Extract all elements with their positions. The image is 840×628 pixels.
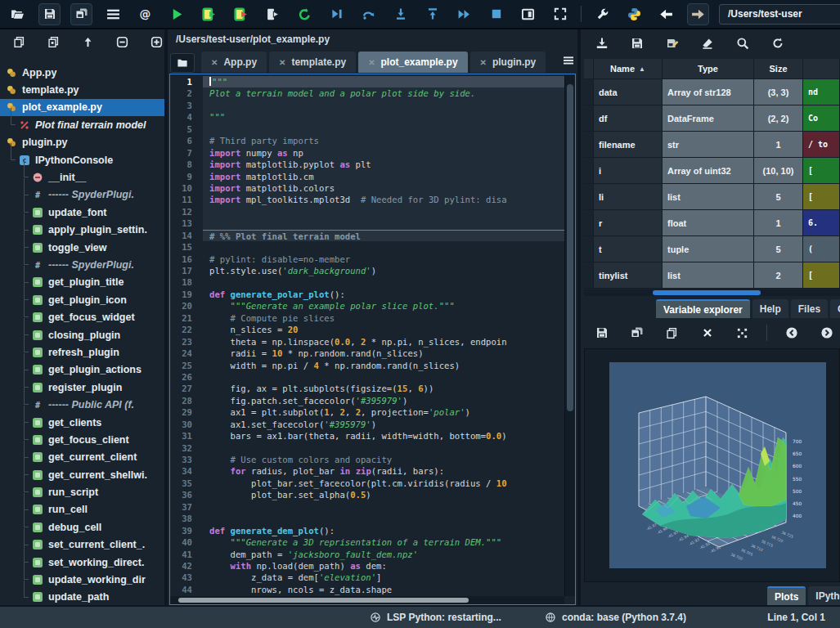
outline-item[interactable]: get_current_shellwi. bbox=[0, 466, 164, 483]
run-cell-button[interactable] bbox=[198, 3, 220, 25]
pane-tab-variable-explorer[interactable]: Variable explorer bbox=[656, 299, 750, 318]
code-line[interactable]: 10import matplotlib.colors bbox=[170, 182, 564, 194]
code-line[interactable]: 9import matplotlib.cm bbox=[170, 171, 564, 182]
save-data-as-button[interactable] bbox=[661, 33, 683, 55]
variable-value[interactable]: / to bbox=[803, 132, 840, 158]
code-line[interactable]: 25 width = np.pi / 4 * np.random.rand(n_… bbox=[170, 360, 564, 371]
outline-item[interactable]: # ------ SpyderPlugi. bbox=[0, 256, 164, 273]
code-line[interactable]: 18 bbox=[170, 276, 564, 288]
variable-value[interactable]: [ bbox=[803, 262, 840, 289]
save-plot-button[interactable] bbox=[591, 322, 613, 344]
code-line[interactable]: 13 bbox=[170, 218, 564, 229]
table-row[interactable]: tinylist list 2 [ bbox=[584, 262, 840, 289]
code-line[interactable]: 3 bbox=[170, 100, 564, 111]
back-button[interactable] bbox=[655, 3, 677, 25]
code-line[interactable]: 24 radii = 10 * np.random.rand(n_slices) bbox=[170, 348, 564, 359]
outline-item[interactable]: get_plugin_actions bbox=[0, 361, 164, 379]
code-line[interactable]: 19def generate_polar_plot(): bbox=[170, 289, 564, 300]
code-line[interactable]: 6# Third party imports bbox=[170, 135, 564, 146]
goto-cursor-button[interactable] bbox=[77, 31, 99, 53]
outline-item[interactable]: plugin.py bbox=[0, 134, 164, 151]
rerun-button[interactable] bbox=[294, 3, 316, 25]
pane-tab-files[interactable]: Files bbox=[791, 299, 828, 318]
code-line[interactable]: 42 with np.load(dem_path) as dem: bbox=[170, 560, 564, 572]
outline-item[interactable]: Plot final terrain model bbox=[0, 116, 164, 133]
outline-item[interactable]: # ------ Public API (f. bbox=[0, 396, 164, 413]
code-line[interactable]: 1""" bbox=[170, 76, 564, 87]
code-line[interactable]: 22 n_slices = 20 bbox=[170, 324, 564, 335]
code-line[interactable]: 31 bars = ax1.bar(theta, radii, width=wi… bbox=[170, 430, 564, 442]
table-row[interactable]: data Array of str128 (3, 3) nd bbox=[584, 79, 840, 105]
collapse-all-button[interactable] bbox=[111, 31, 133, 53]
outline-item[interactable]: update_font bbox=[0, 204, 164, 221]
table-row[interactable]: df DataFrame (2, 2) Co bbox=[584, 105, 840, 132]
code-line[interactable]: 41 dem_path = 'jacksboro_fault_dem.npz' bbox=[170, 549, 564, 560]
code-line[interactable]: 30 ax1.set_facecolor('#395979') bbox=[170, 419, 564, 430]
find-symbols-button[interactable]: @ bbox=[134, 3, 156, 25]
column-header-name[interactable]: Name▲ bbox=[594, 59, 663, 79]
code-line[interactable]: 5 bbox=[170, 123, 564, 135]
scrollbar-thumb[interactable] bbox=[653, 290, 761, 295]
table-horizontal-scrollbar[interactable] bbox=[584, 289, 840, 296]
code-line[interactable]: 36 plot_bar.set_alpha(0.5) bbox=[170, 489, 564, 500]
outline-item[interactable]: set_current_client_. bbox=[0, 536, 164, 554]
outline-item[interactable]: toggle_view bbox=[0, 239, 164, 256]
pane-tab-onli[interactable]: Onli bbox=[830, 299, 840, 318]
outline-item[interactable]: refresh_plugin bbox=[0, 343, 164, 361]
outline-item[interactable]: template.py bbox=[0, 81, 164, 98]
outline-item[interactable]: c IPythonConsole bbox=[0, 151, 164, 168]
import-data-button[interactable] bbox=[591, 33, 613, 55]
file-switcher-button[interactable] bbox=[102, 3, 124, 25]
debug-step-over-button[interactable] bbox=[357, 3, 380, 25]
editor-horizontal-scrollbar[interactable] bbox=[170, 596, 564, 604]
code-line[interactable]: 39def generate_dem_plot(): bbox=[170, 525, 564, 536]
debug-continue-button[interactable] bbox=[326, 3, 348, 25]
outline-item[interactable]: debug_cell bbox=[0, 518, 164, 536]
code-line[interactable]: 12 bbox=[170, 206, 564, 218]
scrollbar-thumb[interactable] bbox=[567, 84, 573, 411]
code-editor[interactable]: 1"""2Plot a terrain model and a polar pl… bbox=[169, 74, 576, 605]
table-row[interactable]: r float 1 6. bbox=[584, 210, 840, 236]
open-file-button[interactable] bbox=[7, 3, 29, 25]
code-line[interactable]: 4""" bbox=[170, 111, 564, 123]
preferences-button[interactable] bbox=[591, 3, 613, 25]
code-line[interactable]: 38 bbox=[170, 513, 564, 524]
browse-tabs-button[interactable] bbox=[170, 53, 195, 73]
run-selection-button[interactable] bbox=[262, 3, 284, 25]
outline-item[interactable]: get_focus_widget bbox=[0, 308, 164, 325]
outline-item[interactable]: register_plugin bbox=[0, 379, 164, 396]
code-line[interactable]: 2Plot a terrain model and a polar plot s… bbox=[170, 87, 564, 99]
outline-item[interactable]: get_plugin_title bbox=[0, 274, 164, 291]
outline-item[interactable]: set_working_direct. bbox=[0, 554, 164, 571]
outline-item[interactable]: App.py bbox=[0, 64, 164, 81]
previous-plot-button[interactable] bbox=[780, 322, 802, 344]
table-row[interactable]: t tuple 5 ( bbox=[584, 236, 840, 262]
outline-item[interactable]: run_cell bbox=[0, 501, 164, 518]
editor-vertical-scrollbar[interactable] bbox=[564, 74, 575, 596]
outline-item[interactable]: plot_example.py bbox=[0, 99, 164, 116]
editor-tab[interactable]: ✕App.py bbox=[201, 52, 267, 73]
variable-value[interactable]: Co bbox=[803, 105, 840, 132]
tab-options-menu-button[interactable] bbox=[562, 54, 575, 70]
save-button[interactable] bbox=[38, 3, 61, 25]
table-row[interactable]: filename str 1 / to bbox=[584, 132, 840, 158]
close-tab-icon[interactable]: ✕ bbox=[279, 58, 285, 67]
code-line[interactable]: 43 z_data = dem['elevation'] bbox=[170, 572, 564, 583]
editor-tab[interactable]: ✕plugin.py bbox=[470, 52, 546, 73]
close-tab-icon[interactable]: ✕ bbox=[368, 58, 375, 67]
maximize-pane-button[interactable] bbox=[549, 3, 571, 25]
code-line[interactable]: 11import mpl_toolkits.mplot3d # Needed f… bbox=[170, 194, 564, 205]
outline-item[interactable]: closing_plugin bbox=[0, 326, 164, 343]
close-tab-icon[interactable]: ✕ bbox=[480, 58, 487, 67]
forward-button[interactable] bbox=[687, 3, 709, 25]
code-line[interactable]: 37 bbox=[170, 501, 564, 513]
code-line[interactable]: 20 """Generate an example polar slice pl… bbox=[170, 300, 564, 312]
remove-variables-button[interactable] bbox=[696, 33, 718, 55]
table-row[interactable]: li list 5 [ bbox=[584, 184, 840, 210]
variable-value[interactable]: [ bbox=[803, 184, 840, 210]
variable-value[interactable]: 6. bbox=[803, 210, 840, 236]
code-line[interactable]: 7import numpy as np bbox=[170, 147, 564, 159]
code-line[interactable]: 35 plot_bar.set_facecolor(plt.cm.viridis… bbox=[170, 478, 564, 489]
code-line[interactable]: 40 """Generate a 3D reprisentation of a … bbox=[170, 536, 564, 548]
code-line[interactable]: 16# pylint: disable=no-member bbox=[170, 253, 564, 265]
